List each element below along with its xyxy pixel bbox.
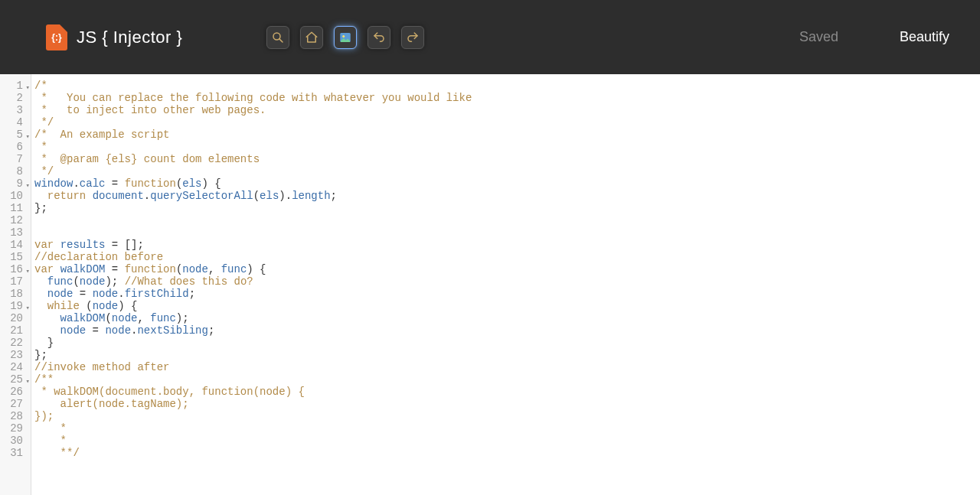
- code-line[interactable]: window.calc = function(els) {: [34, 177, 980, 190]
- code-line[interactable]: /*: [34, 80, 980, 92]
- code-line[interactable]: **/: [34, 447, 980, 459]
- code-line[interactable]: while (node) {: [34, 300, 980, 312]
- code-line[interactable]: walkDOM(node, func);: [34, 312, 980, 324]
- svg-point-3: [343, 35, 345, 37]
- beautify-button[interactable]: Beautify: [900, 29, 949, 45]
- search-icon[interactable]: [266, 26, 289, 49]
- code-line[interactable]: * @param {els} count dom elements: [34, 153, 980, 165]
- line-number: 27: [0, 398, 29, 410]
- status-saved: Saved: [799, 29, 838, 45]
- undo-icon[interactable]: [368, 26, 390, 49]
- line-number: 22: [0, 337, 29, 349]
- line-number: 7: [0, 153, 29, 165]
- line-number: 25▾: [0, 373, 29, 386]
- code-line[interactable]: * You can replace the following code wit…: [34, 92, 980, 104]
- code-line[interactable]: //invoke method after: [34, 361, 980, 373]
- line-number: 11: [0, 202, 29, 214]
- logo-group: {:} JS { Injector }: [46, 24, 182, 50]
- app-header: {:} JS { Injector } Saved Beautify: [0, 0, 980, 74]
- code-line[interactable]: //declaration before: [34, 251, 980, 263]
- line-number: 24: [0, 361, 29, 373]
- line-number: 1▾: [0, 80, 29, 92]
- line-number: 12: [0, 214, 29, 226]
- code-line[interactable]: * walkDOM(document.body, function(node) …: [34, 386, 980, 398]
- code-line[interactable]: node = node.nextSibling;: [34, 324, 980, 337]
- code-line[interactable]: */: [34, 116, 980, 129]
- line-number: 31: [0, 447, 29, 459]
- code-line[interactable]: /* An example script: [34, 129, 980, 141]
- code-line[interactable]: */: [34, 165, 980, 177]
- code-line[interactable]: var walkDOM = function(node, func) {: [34, 263, 980, 275]
- code-line[interactable]: [34, 214, 980, 226]
- line-number: 30: [0, 435, 29, 447]
- code-line[interactable]: };: [34, 202, 980, 214]
- line-number: 29: [0, 422, 29, 435]
- line-number: 23: [0, 349, 29, 361]
- line-number: 28: [0, 410, 29, 422]
- redo-icon[interactable]: [401, 26, 424, 49]
- line-number: 20: [0, 312, 29, 324]
- line-number: 17: [0, 275, 29, 288]
- code-line[interactable]: func(node); //What does this do?: [34, 275, 980, 288]
- home-icon[interactable]: [300, 26, 323, 49]
- code-line[interactable]: [34, 226, 980, 239]
- line-number: 13: [0, 226, 29, 239]
- code-line[interactable]: *: [34, 422, 980, 435]
- line-number: 10: [0, 190, 29, 202]
- code-line[interactable]: var results = [];: [34, 239, 980, 251]
- line-gutter: 1▾2345▾6789▾10111213141516▾171819▾202122…: [0, 74, 31, 495]
- code-editor[interactable]: 1▾2345▾6789▾10111213141516▾171819▾202122…: [0, 74, 980, 495]
- code-area[interactable]: /* * You can replace the following code …: [31, 74, 980, 495]
- code-line[interactable]: /**: [34, 373, 980, 386]
- code-line[interactable]: * to inject into other web pages.: [34, 104, 980, 116]
- line-number: 14: [0, 239, 29, 251]
- code-line[interactable]: node = node.firstChild;: [34, 288, 980, 300]
- line-number: 3: [0, 104, 29, 116]
- code-line[interactable]: return document.querySelectorAll(els).le…: [34, 190, 980, 202]
- code-line[interactable]: alert(node.tagName);: [34, 398, 980, 410]
- line-number: 5▾: [0, 129, 29, 141]
- line-number: 15: [0, 251, 29, 263]
- app-title: JS { Injector }: [77, 28, 182, 47]
- app-logo-icon: {:}: [46, 24, 67, 50]
- line-number: 18: [0, 288, 29, 300]
- line-number: 26: [0, 386, 29, 398]
- code-line[interactable]: }: [34, 337, 980, 349]
- code-line[interactable]: *: [34, 141, 980, 153]
- toolbar: [266, 26, 424, 49]
- image-icon[interactable]: [334, 26, 357, 49]
- line-number: 19▾: [0, 300, 29, 312]
- line-number: 4: [0, 116, 29, 129]
- line-number: 6: [0, 141, 29, 153]
- code-line[interactable]: *: [34, 435, 980, 447]
- line-number: 9▾: [0, 177, 29, 190]
- header-right: Saved Beautify: [799, 29, 949, 45]
- line-number: 2: [0, 92, 29, 104]
- line-number: 21: [0, 324, 29, 337]
- svg-line-1: [279, 38, 283, 41]
- line-number: 8: [0, 165, 29, 177]
- code-line[interactable]: });: [34, 410, 980, 422]
- code-line[interactable]: };: [34, 349, 980, 361]
- line-number: 16▾: [0, 263, 29, 275]
